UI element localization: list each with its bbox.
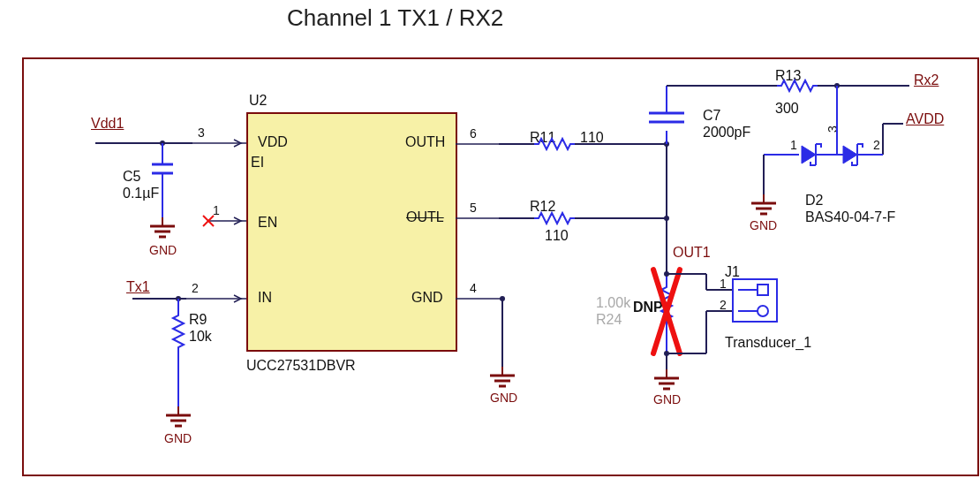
- schematic-canvas: Channel 1 TX1 / RX2 U2 UCC27531DBVR VDD …: [0, 0, 980, 486]
- svg-rect-62: [733, 279, 777, 322]
- svg-rect-63: [758, 285, 768, 295]
- schematic-wires: [0, 0, 980, 486]
- svg-point-27: [500, 296, 505, 301]
- svg-point-64: [758, 306, 768, 316]
